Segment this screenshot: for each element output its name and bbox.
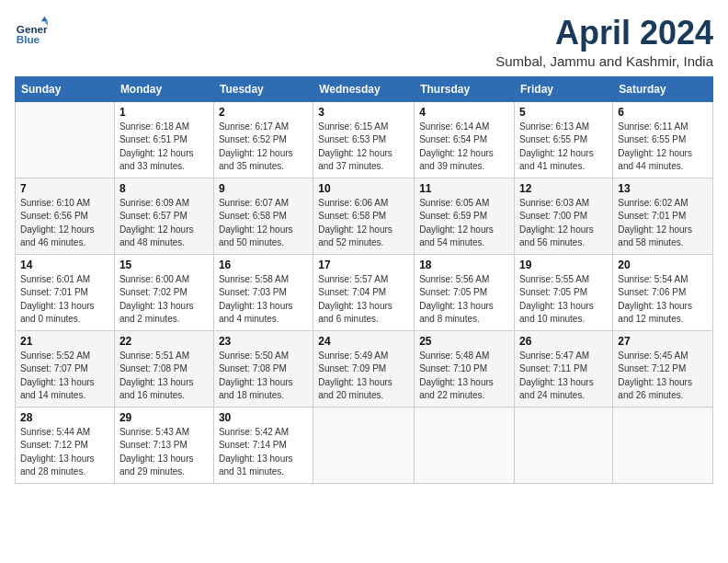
day-info: Sunrise: 5:54 AM Sunset: 7:06 PM Dayligh… [618,273,708,327]
day-number: 14 [20,259,109,271]
day-info: Sunrise: 6:11 AM Sunset: 6:55 PM Dayligh… [618,121,708,174]
calendar-cell: 5Sunrise: 6:13 AM Sunset: 6:55 PM Daylig… [515,101,613,178]
calendar-cell: 22Sunrise: 5:51 AM Sunset: 7:08 PM Dayli… [114,330,213,407]
day-info: Sunrise: 5:47 AM Sunset: 7:11 PM Dayligh… [519,350,608,403]
logo: General Blue [15,15,51,48]
day-number: 3 [318,106,409,119]
day-info: Sunrise: 6:07 AM Sunset: 6:58 PM Dayligh… [219,197,308,250]
day-number: 11 [419,182,509,195]
column-header-thursday: Thursday [415,76,515,101]
calendar-cell: 18Sunrise: 5:56 AM Sunset: 7:05 PM Dayli… [415,254,515,330]
calendar-cell: 7Sunrise: 6:10 AM Sunset: 6:56 PM Daylig… [16,178,115,254]
day-number: 17 [318,259,409,271]
calendar-cell: 29Sunrise: 5:43 AM Sunset: 7:13 PM Dayli… [114,407,213,483]
day-number: 16 [219,259,308,271]
calendar-cell: 15Sunrise: 6:00 AM Sunset: 7:02 PM Dayli… [114,254,213,330]
day-number: 28 [20,411,109,424]
day-info: Sunrise: 5:48 AM Sunset: 7:10 PM Dayligh… [419,350,509,403]
title-block: April 2024 Sumbal, Jammu and Kashmir, In… [495,15,713,69]
column-header-wednesday: Wednesday [313,76,415,101]
day-info: Sunrise: 6:00 AM Sunset: 7:02 PM Dayligh… [119,273,209,327]
calendar-cell: 20Sunrise: 5:54 AM Sunset: 7:06 PM Dayli… [613,254,713,330]
calendar-cell: 17Sunrise: 5:57 AM Sunset: 7:04 PM Dayli… [313,254,415,330]
day-info: Sunrise: 5:58 AM Sunset: 7:03 PM Dayligh… [219,273,308,327]
calendar-cell: 24Sunrise: 5:49 AM Sunset: 7:09 PM Dayli… [313,330,415,407]
calendar-cell: 10Sunrise: 6:06 AM Sunset: 6:58 PM Dayli… [313,178,415,254]
column-header-friday: Friday [515,76,613,101]
calendar-cell: 27Sunrise: 5:45 AM Sunset: 7:12 PM Dayli… [613,330,713,407]
day-info: Sunrise: 6:13 AM Sunset: 6:55 PM Dayligh… [519,121,608,174]
logo-icon: General Blue [15,15,48,48]
column-header-sunday: Sunday [16,76,115,101]
day-info: Sunrise: 6:01 AM Sunset: 7:01 PM Dayligh… [20,273,109,327]
day-number: 4 [419,106,509,119]
calendar-table: SundayMondayTuesdayWednesdayThursdayFrid… [15,76,713,484]
calendar-week-0: 1Sunrise: 6:18 AM Sunset: 6:51 PM Daylig… [16,101,713,178]
column-header-monday: Monday [114,76,213,101]
day-info: Sunrise: 6:06 AM Sunset: 6:58 PM Dayligh… [318,197,409,250]
calendar-cell: 1Sunrise: 6:18 AM Sunset: 6:51 PM Daylig… [114,101,213,178]
day-number: 1 [119,106,209,119]
day-info: Sunrise: 5:50 AM Sunset: 7:08 PM Dayligh… [219,350,308,403]
day-number: 15 [119,259,209,271]
day-number: 21 [20,335,109,348]
day-number: 23 [219,335,308,348]
day-number: 18 [419,259,509,271]
day-info: Sunrise: 5:44 AM Sunset: 7:12 PM Dayligh… [20,426,109,479]
day-number: 27 [618,335,708,348]
day-info: Sunrise: 6:17 AM Sunset: 6:52 PM Dayligh… [219,121,308,174]
calendar-cell: 12Sunrise: 6:03 AM Sunset: 7:00 PM Dayli… [515,178,613,254]
day-info: Sunrise: 5:49 AM Sunset: 7:09 PM Dayligh… [318,350,409,403]
calendar-cell: 28Sunrise: 5:44 AM Sunset: 7:12 PM Dayli… [16,407,115,483]
calendar-cell [515,407,613,483]
column-header-saturday: Saturday [613,76,713,101]
day-info: Sunrise: 6:15 AM Sunset: 6:53 PM Dayligh… [318,121,409,174]
calendar-header-row: SundayMondayTuesdayWednesdayThursdayFrid… [16,76,713,101]
location-title: Sumbal, Jammu and Kashmir, India [495,53,713,69]
day-number: 10 [318,182,409,195]
column-header-tuesday: Tuesday [213,76,313,101]
day-info: Sunrise: 5:43 AM Sunset: 7:13 PM Dayligh… [119,426,209,479]
day-number: 19 [519,259,608,271]
calendar-cell: 25Sunrise: 5:48 AM Sunset: 7:10 PM Dayli… [415,330,515,407]
calendar-cell: 3Sunrise: 6:15 AM Sunset: 6:53 PM Daylig… [313,101,415,178]
calendar-cell: 2Sunrise: 6:17 AM Sunset: 6:52 PM Daylig… [213,101,313,178]
calendar-cell: 16Sunrise: 5:58 AM Sunset: 7:03 PM Dayli… [213,254,313,330]
day-number: 24 [318,335,409,348]
day-info: Sunrise: 6:03 AM Sunset: 7:00 PM Dayligh… [519,197,608,250]
calendar-cell [415,407,515,483]
calendar-cell: 26Sunrise: 5:47 AM Sunset: 7:11 PM Dayli… [515,330,613,407]
day-info: Sunrise: 5:42 AM Sunset: 7:14 PM Dayligh… [219,426,308,479]
day-number: 6 [618,106,708,119]
svg-text:Blue: Blue [17,33,40,45]
day-number: 5 [519,106,608,119]
day-info: Sunrise: 5:57 AM Sunset: 7:04 PM Dayligh… [318,273,409,327]
page-header: General Blue April 2024 Sumbal, Jammu an… [15,15,713,69]
calendar-week-3: 21Sunrise: 5:52 AM Sunset: 7:07 PM Dayli… [16,330,713,407]
calendar-cell: 4Sunrise: 6:14 AM Sunset: 6:54 PM Daylig… [415,101,515,178]
day-info: Sunrise: 5:55 AM Sunset: 7:05 PM Dayligh… [519,273,608,327]
calendar-week-4: 28Sunrise: 5:44 AM Sunset: 7:12 PM Dayli… [16,407,713,483]
calendar-cell: 13Sunrise: 6:02 AM Sunset: 7:01 PM Dayli… [613,178,713,254]
calendar-week-2: 14Sunrise: 6:01 AM Sunset: 7:01 PM Dayli… [16,254,713,330]
day-number: 7 [20,182,109,195]
calendar-cell: 23Sunrise: 5:50 AM Sunset: 7:08 PM Dayli… [213,330,313,407]
day-number: 20 [618,259,708,271]
calendar-cell: 19Sunrise: 5:55 AM Sunset: 7:05 PM Dayli… [515,254,613,330]
day-info: Sunrise: 6:18 AM Sunset: 6:51 PM Dayligh… [119,121,209,174]
day-number: 29 [119,411,209,424]
day-number: 12 [519,182,608,195]
day-number: 9 [219,182,308,195]
month-title: April 2024 [495,15,713,52]
day-number: 2 [219,106,308,119]
calendar-cell: 30Sunrise: 5:42 AM Sunset: 7:14 PM Dayli… [213,407,313,483]
calendar-cell: 14Sunrise: 6:01 AM Sunset: 7:01 PM Dayli… [16,254,115,330]
calendar-cell: 9Sunrise: 6:07 AM Sunset: 6:58 PM Daylig… [213,178,313,254]
day-info: Sunrise: 6:02 AM Sunset: 7:01 PM Dayligh… [618,197,708,250]
calendar-cell [313,407,415,483]
day-info: Sunrise: 6:14 AM Sunset: 6:54 PM Dayligh… [419,121,509,174]
calendar-cell [16,101,115,178]
calendar-cell: 11Sunrise: 6:05 AM Sunset: 6:59 PM Dayli… [415,178,515,254]
day-number: 13 [618,182,708,195]
calendar-cell: 8Sunrise: 6:09 AM Sunset: 6:57 PM Daylig… [114,178,213,254]
